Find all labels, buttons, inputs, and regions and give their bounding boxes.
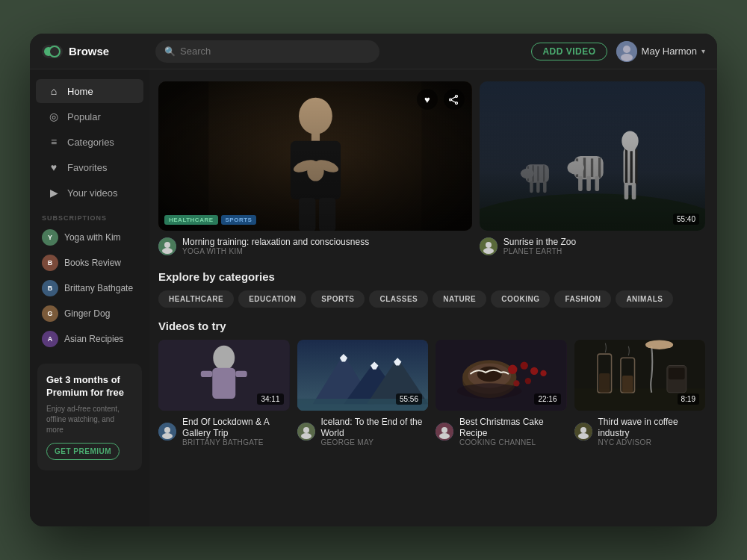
svg-rect-92	[622, 376, 633, 393]
subscription-yoga-with-kim[interactable]: Y Yoga with Kim	[30, 225, 149, 250]
duration-badge: 55:40	[673, 214, 699, 225]
svg-point-79	[530, 367, 538, 375]
svg-point-70	[303, 427, 309, 433]
categories-title: Explore by categories	[158, 270, 705, 283]
sub-avatar: G	[42, 305, 58, 322]
sidebar-item-categories[interactable]: ≡ Categories	[36, 130, 143, 154]
sub-avatar: B	[42, 280, 58, 296]
subscriptions-title: SUBSCRIPTIONS	[30, 205, 149, 225]
subscription-asian-recipies[interactable]: A Asian Recipies	[30, 326, 149, 352]
main-content: ♥	[149, 69, 717, 526]
cat-cooking[interactable]: COOKING	[491, 290, 550, 308]
share-icon[interactable]	[444, 89, 465, 110]
svg-point-1	[623, 46, 630, 53]
video-card-coffee[interactable]: 8:19 Third wave in coffee industry	[574, 340, 706, 449]
svg-rect-95	[668, 368, 684, 379]
premium-box: Get 3 months of Premium for free Enjoy a…	[37, 364, 142, 470]
video-text-coffee: Third wave in coffee industry NYC ADVISO…	[598, 417, 706, 447]
app-window: Browse 🔍 ADD VIDEO May Harmon ▾	[30, 34, 717, 526]
popular-icon: ◎	[48, 111, 60, 122]
cat-healthcare[interactable]: HEALTHCARE	[158, 290, 234, 308]
hero-main-card[interactable]: ♥	[158, 81, 472, 258]
video-channel: BRITTANY BATHGATE	[182, 438, 290, 447]
duration-badge: 34:11	[257, 393, 283, 405]
video-channel: NYC ADVISOR	[598, 438, 706, 447]
videos-grid: 34:11 End Of Lockdown & A Gallery Trip	[158, 340, 705, 449]
sub-avatar: A	[42, 331, 58, 347]
svg-point-52	[483, 248, 494, 254]
sub-name: Brittany Bathgate	[64, 283, 133, 293]
video-meta-coffee: Third wave in coffee industry NYC ADVISO…	[574, 411, 706, 449]
video-card-iceland[interactable]: 55:56 Iceland: To the End of the World	[297, 340, 429, 449]
avatar	[616, 41, 637, 62]
sub-name: Books Review	[64, 258, 121, 268]
logo-icon	[42, 45, 63, 58]
search-bar[interactable]: 🔍	[155, 40, 379, 63]
channel-avatar	[436, 423, 453, 441]
video-thumb-lockdown: 34:11	[158, 340, 290, 411]
secondary-video-title: Sunrise in the Zoo	[503, 237, 576, 247]
video-title: Iceland: To the End of the World	[321, 417, 429, 438]
sidebar-item-your-videos[interactable]: ▶ Your videos	[36, 181, 143, 205]
main-video-title: Morning training: relaxation and conscio…	[182, 237, 369, 247]
svg-rect-57	[235, 371, 247, 377]
svg-point-82	[540, 370, 546, 376]
video-gradient	[480, 81, 705, 231]
video-meta-lockdown: End Of Lockdown & A Gallery Trip BRITTAN…	[158, 411, 290, 449]
favorites-icon: ♥	[48, 161, 60, 173]
sidebar-item-label: Categories	[67, 137, 114, 148]
subscription-ginger-dog[interactable]: G Ginger Dog	[30, 301, 149, 326]
user-menu[interactable]: May Harmon ▾	[616, 41, 705, 62]
cat-nature[interactable]: NATURE	[433, 290, 486, 308]
svg-point-97	[580, 427, 586, 433]
logo-area: Browse	[42, 45, 146, 58]
svg-point-60	[162, 433, 173, 439]
cat-sports[interactable]: SPORTS	[311, 290, 365, 308]
video-thumb-iceland: 55:56	[297, 340, 429, 411]
duration-badge: 22:16	[534, 393, 560, 405]
video-text-iceland: Iceland: To the End of the World GEORGE …	[321, 417, 429, 447]
search-input[interactable]	[180, 46, 371, 57]
svg-point-98	[578, 433, 589, 439]
video-title: Best Christmas Cake Recipe	[459, 417, 567, 438]
add-video-button[interactable]: ADD VIDEO	[531, 43, 607, 60]
video-card-christmas-cake[interactable]: 22:16 Best Christmas Cake Recipe	[436, 340, 567, 449]
secondary-video-channel: PLANET EARTH	[503, 247, 576, 255]
like-icon[interactable]: ♥	[417, 89, 438, 110]
sidebar-item-popular[interactable]: ◎ Popular	[36, 105, 143, 128]
svg-point-51	[486, 242, 492, 248]
sidebar-item-favorites[interactable]: ♥ Favorites	[36, 155, 143, 179]
svg-rect-55	[212, 368, 235, 399]
subscription-books-review[interactable]: B Books Review	[30, 250, 149, 276]
sidebar-item-label: Your videos	[67, 187, 117, 199]
get-premium-button[interactable]: GET PREMIUM	[46, 443, 120, 460]
svg-point-71	[301, 433, 311, 439]
svg-point-59	[164, 427, 170, 433]
main-video-text: Morning training: relaxation and conscio…	[182, 237, 369, 255]
svg-point-85	[441, 427, 447, 433]
sub-name: Ginger Dog	[64, 308, 110, 319]
user-name: May Harmon	[642, 46, 697, 57]
subscription-brittany-bathgate[interactable]: B Brittany Bathgate	[30, 276, 149, 301]
sub-avatar: B	[42, 255, 58, 271]
cat-animals[interactable]: ANIMALS	[616, 290, 673, 308]
channel-avatar	[297, 423, 315, 441]
tags-row: HEALTHCARE SPORTS	[164, 215, 256, 225]
video-card-lockdown[interactable]: 34:11 End Of Lockdown & A Gallery Trip	[158, 340, 290, 449]
cat-classes[interactable]: CLASSES	[369, 290, 428, 308]
cat-fashion[interactable]: FASHION	[554, 290, 611, 308]
hero-secondary-card[interactable]: 55:40 Sunrise in the Zoo PLANE	[480, 81, 705, 258]
premium-title: Get 3 months of Premium for free	[46, 374, 133, 399]
video-meta-cake: Best Christmas Cake Recipe COOKING CHANN…	[436, 411, 567, 449]
sidebar: ⌂ Home ◎ Popular ≡ Categories ♥ Favorite…	[30, 69, 149, 526]
svg-line-18	[450, 99, 456, 103]
categories-icon: ≡	[48, 136, 60, 148]
hero-secondary-video[interactable]: 55:40	[480, 81, 705, 231]
sidebar-item-home[interactable]: ⌂ Home	[36, 79, 143, 103]
video-thumb-cake: 22:16	[436, 340, 567, 411]
hero-main-video[interactable]: ♥	[158, 81, 472, 231]
cat-education[interactable]: EDUCATION	[238, 290, 306, 308]
categories-row: HEALTHCARE EDUCATION SPORTS CLASSES NATU…	[158, 290, 705, 308]
svg-point-80	[525, 379, 531, 385]
premium-description: Enjoy ad-free content, offline watching,…	[46, 404, 133, 435]
